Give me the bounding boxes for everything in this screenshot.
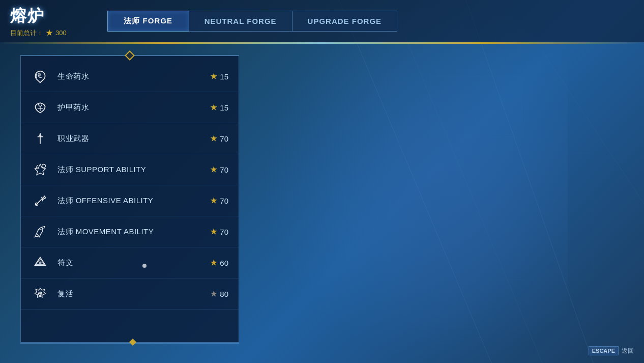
item-cost-revive: 80 [210,290,228,298]
cost-amount-revive: 80 [220,290,228,298]
cost-amount-weapon: 70 [220,134,228,143]
page-title: 熔炉 [10,5,67,27]
cost-amount-support: 70 [220,165,228,174]
cost-coin-revive [210,290,217,297]
balance-amount: 300 [55,29,67,37]
item-cost-armor: 15 [210,103,228,112]
cost-amount-offensive: 70 [220,197,228,205]
escape-button[interactable]: ESCAPE 返回 [589,346,634,355]
svg-line-1 [390,0,542,363]
list-item[interactable]: 职业武器 70 [21,123,239,154]
cost-coin-support [210,166,217,173]
weapon-icon [31,129,49,148]
cost-amount-rune: 60 [220,259,228,267]
offensive-icon [31,191,49,210]
list-item[interactable]: 护甲药水 15 [21,92,239,123]
item-name-movement: 法师 MOVEMENT ABILITY [57,227,210,237]
health-icon [31,67,49,86]
cost-amount-movement: 70 [220,228,228,236]
tab-upgrade-forge[interactable]: UPGRADE FORGE [292,11,398,32]
return-label: 返回 [622,347,634,355]
revive-icon [31,285,49,303]
forge-panel: 生命药水 15 护甲药水 15 [20,56,239,343]
armor-icon [31,98,49,117]
svg-point-6 [38,73,41,76]
coin-icon [46,30,53,37]
subtitle: 目前总计： 300 [10,29,67,38]
cost-coin-rune [210,259,217,266]
item-cost-health: 15 [210,72,228,81]
item-cost-rune: 60 [210,259,228,267]
item-name-health: 生命药水 [57,72,210,81]
header: 熔炉 目前总计： 300 法师 FORGE NEUTRAL FORGE UPGR… [0,0,644,42]
rune-icon [31,254,49,272]
top-separator [0,42,644,44]
svg-rect-4 [430,76,522,137]
support-icon [31,160,49,179]
item-cost-offensive: 70 [210,197,228,205]
cost-amount-armor: 15 [220,103,228,112]
item-cost-support: 70 [210,165,228,174]
item-cost-weapon: 70 [210,134,228,143]
cost-coin-armor [210,104,217,111]
item-name-rune: 符文 [57,258,210,268]
list-item[interactable]: 符文 60 [21,247,239,278]
svg-marker-9 [39,133,41,136]
cost-coin-offensive [210,197,217,204]
cost-coin-health [210,73,217,80]
subtitle-label: 目前总计： [10,29,43,38]
svg-rect-5 [491,153,593,280]
svg-point-14 [39,261,41,264]
svg-point-10 [42,164,46,168]
tab-neutral-forge[interactable]: NEUTRAL FORGE [189,11,292,32]
item-name-offensive: 法师 OFFENSIVE ABILITY [57,196,210,206]
list-item[interactable]: 法师 MOVEMENT ABILITY 70 [21,216,239,247]
item-name-weapon: 职业武器 [57,134,210,144]
escape-key-label[interactable]: ESCAPE [589,346,619,355]
cost-coin-weapon [210,135,217,142]
list-item[interactable]: 生命药水 15 [21,61,239,92]
movement-icon [31,222,49,241]
svg-line-2 [466,0,593,363]
list-item[interactable]: 法师 OFFENSIVE ABILITY 70 [21,185,239,216]
tab-mage-forge[interactable]: 法师 FORGE [107,11,189,32]
item-name-armor: 护甲药水 [57,103,210,113]
nav-tabs: 法师 FORGE NEUTRAL FORGE UPGRADE FORGE [107,11,397,32]
item-cost-movement: 70 [210,228,228,236]
item-name-support: 法师 SUPPORT ABILITY [57,165,210,175]
title-section: 熔炉 目前总计： 300 [10,5,67,38]
forge-list: 生命药水 15 护甲药水 15 [21,56,239,315]
item-name-revive: 复活 [57,289,210,299]
list-item[interactable]: 复活 80 [21,278,239,310]
list-item[interactable]: 法师 SUPPORT ABILITY 70 [21,154,239,185]
svg-line-0 [339,0,491,363]
cost-amount-health: 15 [220,72,228,81]
cost-coin-movement [210,228,217,235]
background-lines [288,0,644,363]
